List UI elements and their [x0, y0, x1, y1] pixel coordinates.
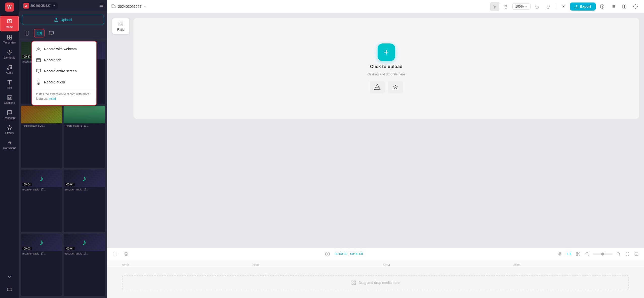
media-duration: 00:04 — [65, 247, 75, 250]
upload-area[interactable]: + Click to upload Or drag and drop file … — [134, 18, 639, 119]
sidebar-item-keyboard[interactable] — [4, 284, 15, 295]
music-note-icon: ♪ — [82, 174, 86, 183]
help-button[interactable] — [598, 2, 607, 11]
text-icon — [7, 80, 12, 85]
zoom-thumb[interactable] — [601, 253, 604, 256]
time-current: 00:00:00 — [335, 252, 347, 256]
project-name-button[interactable]: W 202403051627 — [22, 2, 58, 10]
tab-mobile[interactable] — [22, 29, 32, 37]
list-view-button[interactable] — [609, 2, 618, 11]
dropdown-divider — [32, 89, 96, 89]
media-label: recorder_audio_17... — [64, 187, 105, 192]
upload-plus-button[interactable]: + — [378, 43, 395, 61]
upload-button[interactable]: Upload — [22, 15, 104, 25]
svg-rect-16 — [36, 59, 41, 62]
svg-rect-31 — [623, 5, 624, 8]
google-drive-button[interactable] — [370, 81, 385, 93]
record-icon — [37, 31, 42, 36]
undo-button[interactable] — [533, 2, 542, 11]
sidebar-item-audio[interactable]: Audio — [0, 62, 19, 77]
tab-record[interactable] — [34, 29, 45, 37]
media-label: recorder_audio_17... — [21, 187, 62, 192]
svg-point-23 — [600, 5, 604, 8]
settings-icon — [633, 4, 638, 9]
mic-button[interactable] — [556, 251, 564, 258]
monitor-icon — [49, 31, 54, 36]
sidebar-item-text-label: Text — [7, 86, 12, 89]
dropdown-item-webcam[interactable]: Record with webcam — [32, 43, 96, 55]
dropbox-button[interactable] — [388, 81, 403, 93]
timeline-controls-right — [556, 251, 640, 258]
sidebar-item-captions[interactable]: Captions — [0, 92, 19, 107]
sidebar-item-text[interactable]: Text — [0, 77, 19, 92]
media-card[interactable]: ♪ 00:04 recorder_audio_17... — [64, 234, 105, 296]
account-button[interactable] — [559, 2, 568, 11]
plus-icon: + — [384, 48, 389, 57]
svg-rect-36 — [119, 24, 120, 26]
hamburger-icon[interactable] — [99, 3, 104, 9]
dropdown-item-tab[interactable]: Record tab — [32, 55, 96, 66]
ruler-time: 00:02 — [253, 264, 260, 267]
dropdown-note-text: Install the extension to record with mor… — [36, 92, 89, 101]
tab-monitor[interactable] — [46, 29, 57, 37]
fit-button[interactable] — [624, 251, 631, 258]
svg-point-41 — [576, 252, 578, 254]
ratio-button[interactable]: Ratio — [112, 18, 130, 34]
sidebar-item-transitions[interactable]: Transitions — [0, 137, 19, 152]
hand-tool-button[interactable] — [501, 2, 510, 11]
sidebar-item-transitions-label: Transitions — [3, 146, 16, 150]
panel-topbar: W 202403051627 — [19, 0, 107, 12]
scissors-button[interactable] — [575, 251, 582, 258]
timeline-tracks[interactable]: Drag and drop media here — [107, 267, 644, 298]
media-card[interactable]: TextToImage_6_20... — [64, 106, 105, 168]
dropdown-item-screen[interactable]: Record entire screen — [32, 66, 96, 77]
templates-icon — [7, 34, 12, 40]
media-label: recorder_audio_17... — [64, 251, 105, 257]
svg-rect-37 — [121, 24, 123, 26]
toolbar-project-name[interactable]: 202403051627 — [118, 5, 146, 9]
settings-button[interactable] — [631, 2, 640, 11]
timeline-time: 00:00:00 | 00:00:00 — [335, 252, 363, 256]
chevron-down-icon — [143, 5, 146, 8]
trim-button[interactable] — [111, 250, 119, 258]
subtitles-button[interactable] — [633, 251, 640, 258]
svg-point-42 — [576, 255, 578, 256]
zoom-out-button[interactable] — [584, 251, 591, 258]
export-button[interactable]: Export — [570, 3, 596, 11]
sidebar-item-effects[interactable]: Effects — [0, 122, 19, 137]
zoom-display[interactable]: 100% — [512, 3, 530, 10]
dropdown-item-audio[interactable]: Record audio — [32, 77, 96, 88]
media-card[interactable]: ♪ 00:04 recorder_audio_17... — [21, 170, 62, 232]
chevron-down-icon — [7, 275, 12, 279]
sidebar-item-media[interactable]: Media — [0, 16, 19, 31]
chevron-down-icon — [525, 5, 528, 8]
chevron-down-icon — [52, 4, 56, 8]
media-duration: 00:04 — [22, 183, 32, 186]
cursor-icon — [493, 4, 497, 9]
cursor-tool-button[interactable] — [490, 2, 499, 11]
ratio-icon — [118, 21, 124, 27]
media-card[interactable]: ♪ 00:03 recorder_audio_17... — [21, 234, 62, 296]
ruler-time: 00:04 — [383, 264, 390, 267]
delete-button[interactable] — [122, 250, 130, 258]
redo-button[interactable] — [544, 2, 553, 11]
media-card[interactable]: TextToImage_8|20... — [21, 106, 62, 168]
media-card[interactable]: ♪ 00:04 recorder_audio_17... — [64, 170, 105, 232]
google-drive-icon — [374, 84, 381, 91]
subtitles-icon — [634, 252, 638, 256]
split-panel-button[interactable] — [620, 2, 629, 11]
drop-hint-text: Drag and drop media here — [359, 281, 400, 285]
zoom-in-button[interactable] — [615, 251, 622, 258]
split-icon — [622, 4, 627, 9]
camera-button[interactable] — [566, 251, 573, 258]
media-duration: 00:04 — [65, 183, 75, 186]
sidebar-item-collapse[interactable] — [4, 272, 15, 282]
zoom-track[interactable] — [593, 254, 613, 255]
sidebar-item-elements[interactable]: Elements — [0, 47, 19, 62]
sidebar-item-transcript[interactable]: Transcript — [0, 107, 19, 122]
play-button[interactable] — [324, 250, 332, 258]
install-link[interactable]: Install — [49, 97, 56, 101]
svg-point-8 — [10, 68, 12, 69]
upload-integrations — [370, 81, 403, 93]
sidebar-item-templates[interactable]: Templates — [0, 32, 19, 46]
